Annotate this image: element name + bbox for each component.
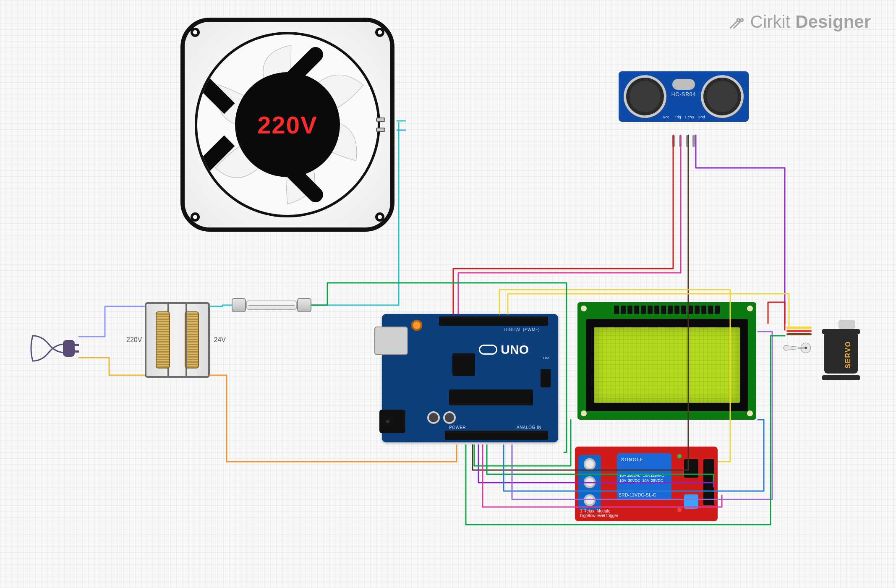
relay-pin-header (703, 459, 714, 505)
arduino-usb-chip-icon (452, 353, 475, 376)
component-servo[interactable]: SERVO (782, 323, 858, 386)
arduino-on-label: ON (543, 356, 549, 360)
lcd-pin-header (586, 306, 748, 314)
component-relay-module[interactable]: SONGLE 10A 250VAC 10A 125VAC 10A 30VDC 1… (575, 447, 718, 521)
watermark-product: Designer (795, 12, 871, 32)
component-ac-plug[interactable] (29, 327, 76, 365)
ultrasonic-pin-labels: Vcc Trig Echo Gnd (661, 115, 706, 119)
arduino-reset-button[interactable] (411, 320, 422, 331)
relay-specs-label: 10A 250VAC 10A 125VAC 10A 30VDC 10A 28VD… (619, 473, 664, 483)
arduino-digital-header-right (494, 316, 548, 326)
watermark-brand: Cirkit (750, 12, 791, 32)
svg-rect-2 (63, 340, 75, 357)
ultrasonic-model-label: HC-SR04 (671, 91, 696, 97)
arduino-digital-label: DIGITAL (PWM~) (504, 327, 540, 332)
wires-layer (0, 0, 896, 588)
ultrasonic-pins (672, 135, 695, 147)
transformer-secondary-coil-icon (185, 311, 199, 368)
fan-voltage-label: 220V (235, 72, 340, 177)
relay-status-led-icon (677, 508, 682, 512)
relay-model-label: SRD-12VDC-SL-C (619, 493, 656, 497)
circuit-canvas[interactable]: Cirkit Designer (0, 0, 896, 588)
relay-brand-label: SONGLE (621, 457, 644, 462)
arduino-logo: UNO (479, 342, 529, 357)
fan-pins (376, 118, 385, 132)
servo-wires-icon (786, 327, 812, 335)
arduino-usb-port-icon (374, 327, 408, 355)
component-arduino-uno[interactable]: UNO DIGITAL (PWM~) POWER ANALOG IN ON (382, 314, 558, 442)
transformer-primary-label: 220V (126, 336, 142, 344)
arduino-analog-label: ANALOG IN (517, 425, 541, 430)
relay-power-led-icon (677, 454, 682, 458)
component-ultrasonic-hcsr04[interactable]: HC-SR04 Vcc Trig Echo Gnd (619, 71, 749, 134)
component-lcd-16x4[interactable] (577, 302, 756, 420)
component-fan-220v[interactable]: 220V (180, 18, 394, 232)
svg-point-6 (805, 347, 807, 349)
plug-icon (29, 327, 80, 369)
arduino-analog-header (489, 431, 548, 440)
svg-point-0 (737, 19, 739, 21)
relay-module-label: 1 Relay Module high/low level trigger (580, 509, 618, 518)
relay-jumper (684, 494, 698, 509)
relay-screw-terminals (578, 455, 601, 510)
arduino-dc-jack-icon (379, 410, 405, 433)
servo-horn-icon (782, 342, 812, 354)
lcd-display-area (594, 327, 739, 403)
transformer-secondary-label: 24V (214, 336, 226, 344)
servo-label: SERVO (844, 341, 852, 368)
svg-rect-3 (74, 344, 79, 346)
ultrasonic-receiver-icon (701, 75, 744, 118)
arduino-digital-header-left (439, 316, 502, 326)
ultrasonic-transmitter-icon (624, 75, 666, 118)
component-fuse[interactable] (232, 298, 311, 312)
watermark: Cirkit Designer (728, 12, 871, 32)
lcd-bezel (586, 319, 748, 411)
arduino-atmega-chip-icon (449, 389, 533, 405)
arduino-icsp-header (541, 369, 551, 387)
transformer-primary-coil-icon (156, 311, 170, 368)
brand-icon (728, 13, 745, 31)
arduino-power-label: POWER (449, 425, 466, 430)
svg-rect-4 (74, 350, 79, 353)
svg-point-1 (740, 19, 743, 21)
component-transformer[interactable]: 220V 24V (145, 302, 210, 378)
arduino-power-header (445, 431, 495, 440)
